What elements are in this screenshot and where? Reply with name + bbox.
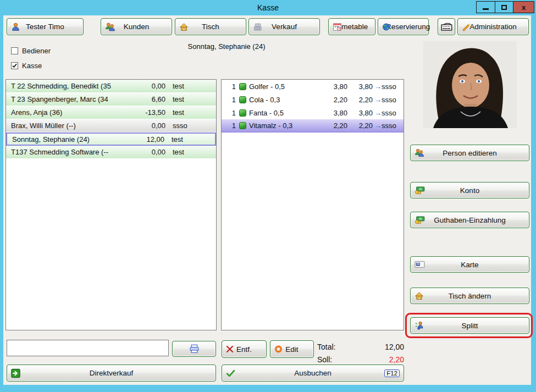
item-tag: ssso <box>382 109 404 117</box>
arrow-right-icon: → <box>374 122 382 130</box>
button-label: Direktverkauf <box>7 369 215 377</box>
guthaben-einzahlung-button[interactable]: Guthaben-Einzahlung <box>410 212 529 228</box>
item-total: 3,80 <box>347 82 373 91</box>
item-total: 2,20 <box>347 96 373 104</box>
button-label: Ausbuchen <box>222 369 404 377</box>
customers-icon <box>415 148 424 157</box>
totals-block: Total: 12,00 Soll: 2,20 <box>317 340 404 366</box>
person-editieren-button[interactable]: Person editieren <box>410 145 529 161</box>
item-price: 2,20 <box>320 122 347 130</box>
item-tag: ssso <box>382 82 404 91</box>
order-item-row[interactable]: 1 Golfer - 0,5 3,80 3,80 → ssso <box>222 80 404 93</box>
item-status-icon <box>239 122 246 129</box>
button-label: Konto <box>411 186 529 195</box>
id-card-icon: ID <box>415 261 425 268</box>
tisch-aendern-button[interactable]: Tisch ändern <box>410 288 529 304</box>
person-photo <box>423 41 517 128</box>
item-price: 3,80 <box>320 82 347 91</box>
account-tag: test <box>165 148 216 156</box>
item-name: Fanta - 0,5 <box>249 109 320 117</box>
window-title: Kasse <box>0 3 536 12</box>
account-row[interactable]: T 22 Schmedding, Benedikt (35 0,00 test <box>6 80 216 93</box>
direct-sale-arrow-icon <box>11 368 20 378</box>
globe-icon <box>382 23 390 31</box>
kasse-label: Kasse <box>22 62 42 70</box>
splitt-button[interactable]: Splitt <box>410 317 529 334</box>
minimize-icon <box>483 8 489 10</box>
checkbox-checked-icon <box>11 62 18 69</box>
kasse-window: Kasse x Tester Timo Kunden Tisch Verkauf <box>0 0 536 392</box>
item-price: 3,80 <box>320 109 347 117</box>
kasse-checkbox[interactable]: Kasse <box>11 62 42 70</box>
direktverkauf-button[interactable]: Direktverkauf <box>7 365 216 382</box>
account-amount: 0,00 <box>126 122 165 130</box>
check-icon <box>226 369 235 377</box>
f12-shortcut-badge: F12 <box>384 369 400 377</box>
item-status-icon <box>239 109 246 117</box>
close-icon: x <box>522 3 526 12</box>
konto-button[interactable]: Konto <box>410 182 529 198</box>
order-item-row[interactable]: 1 Fanta - 0,5 3,80 3,80 → ssso <box>222 106 404 119</box>
account-row-selected[interactable]: Sonntag, Stephanie (24) 12,00 test <box>6 132 216 146</box>
account-row[interactable]: T 23 Spangenberger, Marc (34 6,60 test <box>6 93 216 106</box>
item-price: 2,20 <box>320 96 347 104</box>
toolbar-button-administration[interactable]: Administration <box>457 18 529 35</box>
timetable-icon <box>333 22 342 31</box>
toolbar-button-verkauf[interactable]: Verkauf <box>248 18 320 35</box>
edit-button[interactable]: Edit <box>270 340 314 358</box>
account-name: T137 Schmedding Software (-- <box>6 148 126 156</box>
soll-label: Soll: <box>317 355 332 364</box>
maximize-button[interactable] <box>495 2 513 13</box>
button-label: Karte <box>411 261 529 269</box>
karte-button[interactable]: ID Karte <box>410 256 529 273</box>
toolbar-label: Reservierung <box>386 23 430 31</box>
bediener-checkbox[interactable]: Bediener <box>11 47 51 55</box>
selected-person-header: Sonntag, Stephanie (24) <box>158 42 295 51</box>
toolbar-button-reservierung[interactable]: Reservierung <box>378 18 429 35</box>
toolbar-button-timetable[interactable]: Timetable <box>328 18 375 35</box>
toolbar-button-keyboard[interactable] <box>438 18 455 35</box>
soll-value: 2,20 <box>389 355 404 364</box>
account-row[interactable]: T137 Schmedding Software (-- 0,00 test <box>6 146 216 159</box>
account-row[interactable]: Arens, Anja (36) -13,50 test <box>6 106 216 119</box>
order-item-row[interactable]: 1 Cola - 0,3 2,20 2,20 → ssso <box>222 93 404 106</box>
arrow-right-icon: → <box>374 82 382 91</box>
order-items-list: 1 Golfer - 0,5 3,80 3,80 → ssso 1 Cola -… <box>221 79 404 330</box>
account-amount: 0,00 <box>126 82 165 90</box>
button-label: Splitt <box>411 322 529 330</box>
toolbar-button-kunden[interactable]: Kunden <box>101 18 172 35</box>
button-label: Person editieren <box>411 149 529 157</box>
close-button[interactable]: x <box>513 2 534 13</box>
account-tag: test <box>165 108 216 117</box>
quick-entry-input[interactable] <box>7 340 169 356</box>
print-button[interactable] <box>172 341 216 357</box>
item-status-icon <box>239 96 246 103</box>
account-amount: -13,50 <box>126 108 165 117</box>
money-icon <box>415 186 425 195</box>
edit-ring-icon <box>274 345 283 354</box>
button-label: Tisch ändern <box>411 292 529 300</box>
customers-icon <box>105 22 115 31</box>
account-tag: test <box>165 82 216 90</box>
person-icon <box>11 22 20 31</box>
item-qty: 1 <box>228 82 236 91</box>
item-tag: ssso <box>382 96 404 104</box>
account-amount: 12,00 <box>125 135 164 143</box>
order-item-row-selected[interactable]: 1 Vitamalz - 0,3 2,20 2,20 → ssso <box>222 119 404 132</box>
entf-button[interactable]: Entf. <box>222 340 267 358</box>
toolbar-button-tisch[interactable]: Tisch <box>175 18 246 35</box>
toolbar-button-tester-timo[interactable]: Tester Timo <box>7 18 84 35</box>
account-row[interactable]: Brax, Willi Müller (--) 0,00 ssso <box>6 119 216 132</box>
account-name: Brax, Willi Müller (--) <box>6 122 126 130</box>
item-name: Golfer - 0,5 <box>249 82 320 91</box>
window-controls: x <box>476 1 534 13</box>
minimize-button[interactable] <box>477 2 495 13</box>
account-amount: 6,60 <box>126 95 165 103</box>
button-label: Guthaben-Einzahlung <box>411 216 529 224</box>
account-tag: ssso <box>165 122 216 130</box>
ausbuchen-button[interactable]: Ausbuchen F12 <box>222 365 404 382</box>
total-label: Total: <box>317 343 335 351</box>
arrow-right-icon: → <box>374 96 382 104</box>
item-qty: 1 <box>228 122 236 130</box>
account-name: Sonntag, Stephanie (24) <box>7 135 125 143</box>
